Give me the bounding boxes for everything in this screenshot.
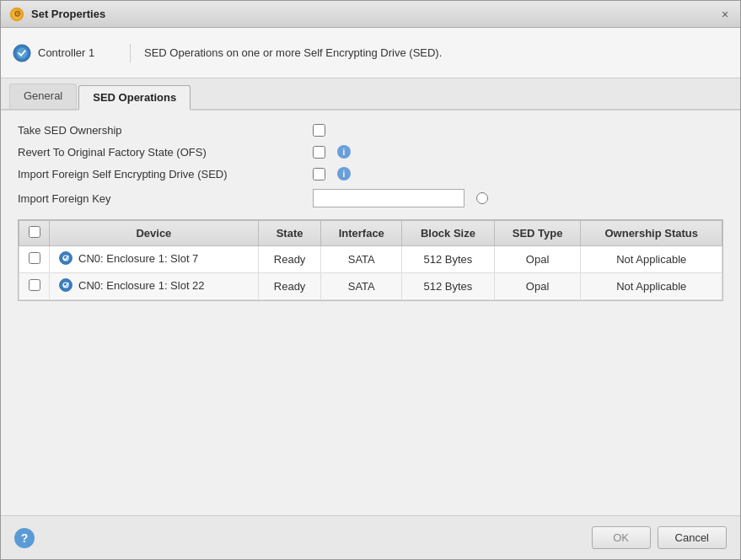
row-interface: SATA (321, 273, 402, 300)
import-foreign-sed-label: Import Foreign Self Encrypting Drive (SE… (18, 168, 304, 180)
take-sed-ownership-label: Take SED Ownership (18, 124, 304, 137)
row-device-name: CN0: Enclosure 1: Slot 7 (78, 252, 198, 265)
dialog-title: Set Properties (31, 8, 105, 20)
tab-general[interactable]: General (9, 83, 77, 109)
header-description: SED Operations on one or more Self Encry… (131, 46, 442, 59)
close-button[interactable]: × (718, 8, 732, 21)
import-foreign-key-row: Import Foreign Key (18, 189, 723, 207)
revert-factory-info-icon[interactable]: i (337, 145, 351, 159)
import-foreign-key-radio[interactable] (476, 192, 488, 204)
revert-factory-checkbox[interactable] (313, 146, 325, 159)
tab-sed-operations[interactable]: SED Operations (78, 85, 191, 110)
col-header-ownership-status: Ownership Status (581, 221, 722, 246)
footer-buttons: OK Cancel (592, 526, 727, 549)
row-device-cell: CN0: Enclosure 1: Slot 22 (50, 273, 259, 300)
controller-label: Controller 1 (38, 46, 94, 59)
take-sed-ownership-row: Take SED Ownership (18, 124, 723, 137)
svg-point-7 (60, 279, 72, 292)
row-interface: SATA (321, 246, 402, 273)
row-block-size: 512 Bytes (402, 246, 495, 273)
revert-factory-row: Revert To Original Factory State (OFS) i (18, 145, 723, 159)
row-device-name: CN0: Enclosure 1: Slot 22 (78, 279, 205, 292)
device-table: Device State Interface Block Size SED Ty… (19, 220, 722, 300)
col-header-checkbox (19, 221, 50, 246)
title-bar: ⚙ Set Properties × (1, 1, 740, 28)
drive-icon (58, 250, 73, 266)
col-header-sed-type: SED Type (494, 221, 581, 246)
table-header-row: Device State Interface Block Size SED Ty… (19, 221, 722, 246)
row-device-cell: CN0: Enclosure 1: Slot 7 (50, 246, 259, 273)
content-area: Take SED Ownership Revert To Original Fa… (1, 110, 740, 515)
cancel-button[interactable]: Cancel (658, 526, 727, 549)
take-sed-ownership-checkbox[interactable] (313, 124, 325, 137)
import-foreign-sed-info-icon[interactable]: i (337, 167, 351, 180)
row-1-checkbox[interactable] (29, 279, 40, 291)
import-foreign-key-input[interactable] (313, 189, 464, 207)
table-row: CN0: Enclosure 1: Slot 22ReadySATA512 By… (19, 273, 722, 300)
row-state: Ready (258, 273, 321, 300)
import-foreign-key-label: Import Foreign Key (18, 192, 304, 205)
select-all-checkbox[interactable] (29, 226, 40, 238)
col-header-block-size: Block Size (402, 221, 495, 246)
controller-icon (13, 44, 31, 62)
set-properties-dialog: ⚙ Set Properties × Controller 1 SED Oper… (0, 0, 741, 560)
tabs-section: General SED Operations (1, 78, 740, 110)
row-checkbox-cell (19, 273, 50, 300)
footer-left: ? (14, 528, 35, 548)
row-sed-type: Opal (494, 246, 581, 273)
footer: ? OK Cancel (1, 515, 740, 559)
svg-text:⚙: ⚙ (13, 9, 21, 19)
import-foreign-sed-row: Import Foreign Self Encrypting Drive (SE… (18, 167, 723, 180)
controller-info: Controller 1 (13, 44, 131, 62)
dialog-icon: ⚙ (9, 7, 24, 22)
row-ownership-status: Not Applicable (581, 273, 722, 300)
col-header-device: Device (50, 221, 259, 246)
table-row: CN0: Enclosure 1: Slot 7ReadySATA512 Byt… (19, 246, 722, 273)
row-0-checkbox[interactable] (29, 252, 40, 264)
header-section: Controller 1 SED Operations on one or mo… (1, 28, 740, 78)
row-block-size: 512 Bytes (402, 273, 495, 300)
title-bar-left: ⚙ Set Properties (9, 7, 105, 22)
row-sed-type: Opal (494, 273, 581, 300)
revert-factory-label: Revert To Original Factory State (OFS) (18, 146, 304, 159)
row-state: Ready (258, 246, 321, 273)
svg-point-5 (60, 252, 72, 265)
col-header-state: State (258, 221, 321, 246)
device-table-container: Device State Interface Block Size SED Ty… (18, 219, 723, 301)
drive-icon (58, 277, 73, 293)
row-ownership-status: Not Applicable (581, 246, 722, 273)
import-foreign-sed-checkbox[interactable] (313, 168, 325, 180)
ok-button[interactable]: OK (592, 526, 651, 549)
col-header-interface: Interface (321, 221, 402, 246)
help-button[interactable]: ? (14, 528, 35, 548)
row-checkbox-cell (19, 246, 50, 273)
